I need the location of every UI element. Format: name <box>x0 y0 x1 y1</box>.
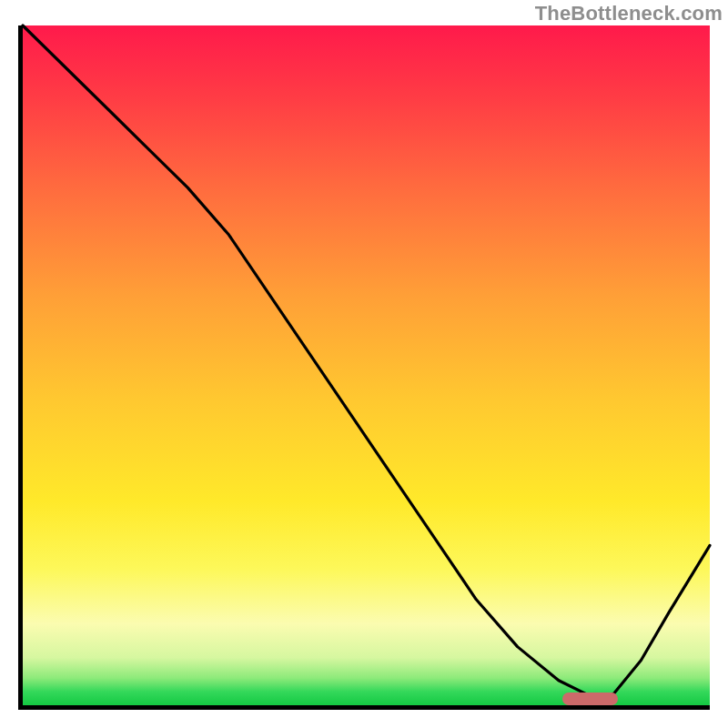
optimum-marker <box>562 693 618 705</box>
plot-area <box>18 25 710 710</box>
chart-stage: TheBottleneck.com <box>0 0 728 728</box>
watermark-text: TheBottleneck.com <box>535 2 723 25</box>
bottleneck-curve <box>23 25 710 694</box>
curve-layer <box>23 25 710 705</box>
